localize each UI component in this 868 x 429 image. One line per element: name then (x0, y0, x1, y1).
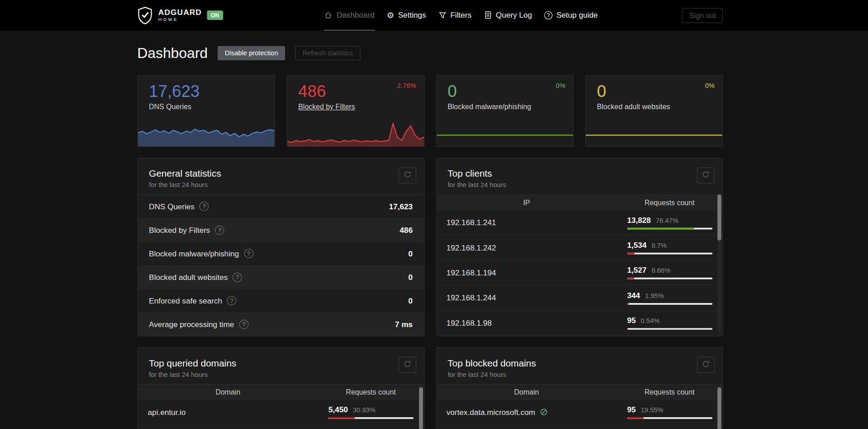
scrollbar[interactable] (419, 386, 423, 429)
progress-bar (627, 303, 712, 305)
stats-label: Blocked by Filters (149, 226, 210, 235)
help-icon[interactable]: ? (200, 202, 209, 212)
card-title: General statistics (149, 169, 413, 179)
progress-bar (627, 227, 712, 229)
client-row: 192.168.1.241 13,82878.47% (437, 210, 723, 236)
help-circle-icon: ? (544, 11, 552, 19)
stat-percent: 0% (705, 82, 715, 90)
nav-item-setup-guide[interactable]: ? Setup guide (544, 0, 597, 30)
stats-row: Blocked malware/phishing? 0 (138, 241, 424, 265)
table-header: Domain Requests count (138, 384, 424, 400)
refresh-card-button[interactable] (398, 357, 416, 373)
card-subtitle: for the last 24 hours (149, 181, 413, 189)
stats-label: Average processing time (149, 320, 234, 329)
column-header-requests: Requests count (617, 198, 723, 206)
request-count: 1,534 (627, 241, 647, 250)
stats-value: 0 (408, 249, 413, 258)
top-queried-table: api.entur.io 5,45030.93% (138, 400, 424, 429)
blocked-malware-sparkline (437, 119, 573, 146)
stats-value: 17,623 (389, 202, 413, 211)
stats-label: Blocked malware/phishing (149, 249, 239, 258)
column-header-domain: Domain (437, 388, 617, 396)
request-count: 344 (627, 291, 640, 300)
refresh-card-button[interactable] (398, 167, 416, 183)
top-clients-table: 192.168.1.241 13,82878.47% 192.168.1.242… (437, 210, 723, 336)
top-blocked-domains-card: Top blocked domains for the last 24 hour… (436, 347, 723, 429)
stats-value: 486 (400, 226, 413, 235)
stats-label: Enforced safe search (149, 296, 222, 305)
refresh-card-button[interactable] (697, 357, 715, 373)
stat-card-blocked-adult: 0 Blocked adult websites 0% (585, 75, 723, 147)
card-subtitle: for the last 24 hours (448, 181, 711, 189)
stats-value: 0 (408, 296, 413, 305)
card-title: Top clients (448, 169, 711, 179)
column-header-requests: Requests count (617, 388, 723, 396)
top-clients-card: Top clients for the last 24 hours IP Req… (436, 158, 723, 337)
client-row: 192.168.1.194 1,5278.66% (437, 260, 723, 286)
blocked-filters-sparkline (287, 119, 424, 146)
scrollbar-thumb[interactable] (717, 387, 721, 429)
request-count: 5,450 (329, 405, 348, 414)
request-percent: 1.95% (645, 292, 664, 299)
client-ip: 192.168.1.244 (437, 294, 617, 303)
help-icon[interactable]: ? (227, 296, 237, 305)
help-icon[interactable]: ? (244, 249, 253, 259)
progress-bar (627, 417, 712, 419)
scrollbar-thumb[interactable] (717, 194, 721, 241)
help-icon[interactable]: ? (239, 319, 248, 329)
table-header: Domain Requests count (437, 384, 723, 400)
blocked-adult-sparkline (586, 119, 722, 146)
nav-item-dashboard[interactable]: Dashboard (324, 0, 375, 30)
scrollbar-thumb[interactable] (419, 387, 423, 429)
client-row: 192.168.1.242 1,5348.7% (437, 235, 723, 260)
stats-value: 0 (408, 273, 413, 282)
request-percent: 30.93% (353, 406, 376, 414)
scrollbar[interactable] (717, 386, 721, 429)
client-ip: 192.168.1.98 (437, 318, 617, 328)
domain-row: api.entur.io 5,45030.93% (138, 400, 424, 425)
client-ip: 192.168.1.194 (437, 268, 617, 277)
request-percent: 78.47% (656, 217, 678, 224)
nav-item-label: Setup guide (556, 10, 597, 19)
refresh-statistics-button[interactable]: Refresh statistics (295, 46, 360, 61)
refresh-card-button[interactable] (697, 167, 715, 183)
column-header-requests: Requests count (318, 388, 424, 396)
top-queried-domains-card: Top queried domains for the last 24 hour… (137, 347, 424, 429)
stat-label-link[interactable]: Blocked by Filters (298, 102, 424, 111)
middle-cards-row: General statistics for the last 24 hours… (137, 158, 723, 337)
scrollbar[interactable] (717, 194, 721, 333)
nav-item-settings[interactable]: ⚙ Settings (386, 0, 426, 30)
stats-label: DNS Queries (149, 202, 195, 211)
sign-out-button[interactable]: Sign out (682, 8, 723, 23)
page-header: Dashboard Disable protection Refresh sta… (137, 45, 723, 62)
domain-row (138, 425, 424, 429)
refresh-icon (403, 360, 411, 370)
brand: ADGUARD HOME ON (137, 6, 223, 24)
domain-row (437, 425, 723, 429)
general-statistics-card: General statistics for the last 24 hours… (137, 158, 424, 337)
filter-funnel-icon (438, 11, 446, 19)
app: ADGUARD HOME ON Dashboard ⚙ Settings (0, 0, 868, 429)
nav-item-query-log[interactable]: Query Log (484, 0, 532, 30)
progress-bar (627, 278, 712, 280)
help-icon[interactable]: ? (233, 273, 242, 282)
nav-item-filters[interactable]: Filters (438, 0, 472, 30)
stat-label: Blocked adult websites (597, 102, 722, 111)
stat-card-blocked-malware: 0 Blocked malware/phishing 0% (436, 75, 573, 147)
request-count: 13,828 (627, 215, 651, 224)
nav-item-label: Filters (450, 10, 472, 19)
domain-row: vortex.data.microsoft.com 9519.55% (437, 400, 723, 425)
card-title: Top queried domains (149, 358, 413, 369)
stats-row: Blocked adult websites? 0 (138, 265, 424, 289)
disable-protection-button[interactable]: Disable protection (218, 46, 285, 61)
column-header-domain: Domain (138, 388, 318, 396)
column-header-ip: IP (437, 198, 617, 206)
client-ip: 192.168.1.241 (437, 218, 617, 227)
progress-bar (627, 253, 712, 255)
nav-item-label: Query Log (496, 10, 532, 19)
dns-queries-sparkline (138, 119, 275, 146)
refresh-icon (403, 171, 411, 180)
help-icon[interactable]: ? (215, 226, 224, 235)
request-percent: 8.66% (652, 267, 671, 275)
nav-item-label: Dashboard (337, 10, 375, 19)
